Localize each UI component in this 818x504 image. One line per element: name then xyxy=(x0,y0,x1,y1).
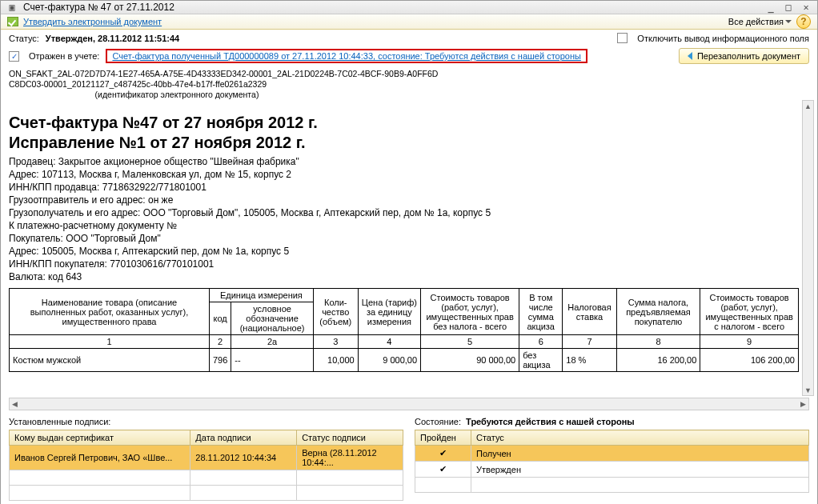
signatures-table: Кому выдан сертификат Дата подписи Стату… xyxy=(9,430,403,501)
signatures-title: Установленные подписи: xyxy=(9,415,403,430)
toggle-info-label: Отключить вывод информационного поля xyxy=(637,34,809,43)
doc-meta-line: ИНН/КПП покупателя: 7701030616/770101001 xyxy=(9,258,799,270)
table-row xyxy=(10,486,403,501)
doc-meta-line: Адрес: 107113, Москва г, Маленковская ул… xyxy=(9,168,799,181)
cell-excise: без акциза xyxy=(519,349,563,372)
table-row[interactable]: Иванов Сергей Петрович, ЗАО «Шве... 28.1… xyxy=(10,446,403,470)
th-passed: Пройден xyxy=(415,430,471,446)
cell-qty: 10,000 xyxy=(313,349,358,372)
cell-code: 796 xyxy=(210,349,231,372)
status-row: Статус: Утвержден, 28.11.2012 11:51:44 О… xyxy=(1,30,817,46)
document-icon: ▣ xyxy=(6,1,18,14)
cell-cost-no-tax: 90 000,00 xyxy=(421,349,519,372)
help-icon[interactable]: ? xyxy=(796,14,811,29)
chevron-down-icon xyxy=(785,20,792,23)
doc-subtitle: Исправление №1 от 27 ноября 2012 г. xyxy=(9,134,799,152)
toggle-info-checkbox[interactable] xyxy=(617,33,628,43)
refill-button[interactable]: Перезаполнить документ xyxy=(679,48,809,64)
signatures-panel: Установленные подписи: Кому выдан сертиф… xyxy=(9,415,403,501)
scroll-up-icon[interactable]: ▲ xyxy=(803,101,813,111)
linked-invoice-link[interactable]: Счет-фактура полученный ТД000000089 от 2… xyxy=(112,51,580,61)
col-num: 1 xyxy=(10,335,210,349)
state-value: Требуются действия с нашей стороны xyxy=(466,417,635,426)
cell-tax-rate: 18 % xyxy=(563,349,616,372)
th-tax-amount: Сумма налога, предъявляемая покупателю xyxy=(616,289,700,335)
titlebar: ▣ Счет-фактура № 47 от 27.11.2012 _ □ ✕ xyxy=(1,1,817,14)
doc-meta-line: Адрес: 105005, Москва г, Аптекарский пер… xyxy=(9,245,799,258)
close-icon[interactable]: ✕ xyxy=(800,1,812,14)
cell-uname: -- xyxy=(231,349,313,372)
state-table: Пройден Статус ✔ Получен ✔ Утвержден xyxy=(415,430,809,493)
scroll-left-icon[interactable]: ◀ xyxy=(10,400,20,408)
document-content: Счет-фактура №47 от 27 ноября 2012 г. Ис… xyxy=(9,100,799,396)
th-cost-with-tax: Стоимость товаров (работ, услуг), имущес… xyxy=(700,289,799,335)
refill-button-label: Перезаполнить документ xyxy=(697,51,800,61)
table-row xyxy=(415,478,809,493)
col-num: 5 xyxy=(421,335,519,349)
cell-price: 9 000,00 xyxy=(358,349,420,372)
invoice-table: Наименование товара (описание выполненны… xyxy=(9,288,799,372)
window: ▣ Счет-фактура № 47 от 27.11.2012 _ □ ✕ … xyxy=(0,0,818,504)
th-sign-status: Статус подписи xyxy=(297,430,403,446)
table-row xyxy=(10,470,403,486)
th-qty: Коли-чество (объем) xyxy=(313,289,358,335)
reflected-checkbox[interactable]: ✓ xyxy=(9,51,19,62)
cell-sign-status: Верна (28.11.2012 10:44:... xyxy=(297,446,403,470)
all-actions-dropdown[interactable]: Все действия xyxy=(728,17,792,26)
cell-name: Костюм мужской xyxy=(10,349,210,372)
th-unit: Единица измерения xyxy=(210,289,314,302)
doc-meta-line: Продавец: Закрытое акционерное общество … xyxy=(9,155,799,168)
doc-meta-line: ИНН/КПП продавца: 7718632922/771801001 xyxy=(9,181,799,194)
col-num: 7 xyxy=(563,335,616,349)
col-num: 9 xyxy=(700,335,799,349)
status-value: Утвержден, 28.11.2012 11:51:44 xyxy=(46,34,179,43)
cell-sign-date: 28.11.2012 10:44:34 xyxy=(190,446,297,470)
th-unit-code: код xyxy=(210,302,231,335)
doc-title: Счет-фактура №47 от 27 ноября 2012 г. xyxy=(9,114,799,132)
arrow-left-icon xyxy=(688,52,692,60)
col-num: 3 xyxy=(313,335,358,349)
scroll-down-icon[interactable]: ▼ xyxy=(803,385,813,395)
col-num: 8 xyxy=(616,335,700,349)
scroll-right-icon[interactable]: ▶ xyxy=(798,400,808,408)
vertical-scrollbar[interactable]: ▲ ▼ xyxy=(802,100,814,396)
doc-meta-line: Грузоотправитель и его адрес: он же xyxy=(9,194,799,206)
th-tax-rate: Налоговая ставка xyxy=(563,289,616,335)
cell-status: Получен xyxy=(471,446,809,462)
doc-id-caption: (идентификатор электронного документа) xyxy=(9,90,345,100)
state-panel: Состояние: Требуются действия с нашей ст… xyxy=(415,415,809,501)
col-num: 2а xyxy=(231,335,313,349)
toolbar: Утвердить электронный документ Все дейст… xyxy=(1,14,817,30)
window-title: Счет-фактура № 47 от 27.11.2012 xyxy=(23,2,174,13)
cell-cert-owner: Иванов Сергей Петрович, ЗАО «Шве... xyxy=(10,446,190,470)
table-row[interactable]: ✔ Утвержден xyxy=(415,462,809,478)
horizontal-scrollbar[interactable]: ◀ ▶ xyxy=(9,398,809,410)
col-num: 2 xyxy=(210,335,231,349)
doc-meta-line: Валюта: код 643 xyxy=(9,270,799,283)
th-status: Статус xyxy=(471,430,809,446)
th-cost-no-tax: Стоимость товаров (работ, услуг), имущес… xyxy=(421,289,519,335)
status-label: Статус: xyxy=(9,34,39,43)
col-num: 6 xyxy=(519,335,563,349)
th-unit-name: условное обозначение (национальное) xyxy=(231,302,313,335)
col-num: 4 xyxy=(358,335,420,349)
doc-meta-line: Грузополучатель и его адрес: ООО "Торгов… xyxy=(9,206,799,219)
th-sign-date: Дата подписи xyxy=(190,430,297,446)
table-row[interactable]: ✔ Получен xyxy=(415,446,809,462)
doc-id-line: ON_SFAKT_2AL-072D7D74-1E27-465A-A75E-4D4… xyxy=(9,69,809,79)
doc-meta-line: К платежно-расчетному документу № xyxy=(9,219,799,232)
cell-passed: ✔ xyxy=(415,446,471,462)
maximize-icon[interactable]: □ xyxy=(782,1,795,14)
minimize-icon[interactable]: _ xyxy=(764,1,777,14)
cell-passed: ✔ xyxy=(415,462,471,478)
state-title: Состояние: Требуются действия с нашей ст… xyxy=(415,415,809,430)
cell-status: Утвержден xyxy=(471,462,809,478)
doc-meta-line: Покупатель: ООО "Торговый Дом" xyxy=(9,232,799,245)
all-actions-label: Все действия xyxy=(728,17,784,26)
linked-invoice-box: Счет-фактура полученный ТД000000089 от 2… xyxy=(106,49,587,63)
cell-cost-with-tax: 106 200,00 xyxy=(700,349,799,372)
approve-edoc-link[interactable]: Утвердить электронный документ xyxy=(23,17,162,26)
doc-identifier: ON_SFAKT_2AL-072D7D74-1E27-465A-A75E-4D4… xyxy=(1,69,817,100)
reflected-label: Отражен в учете: xyxy=(29,51,99,61)
approve-icon xyxy=(7,17,18,26)
